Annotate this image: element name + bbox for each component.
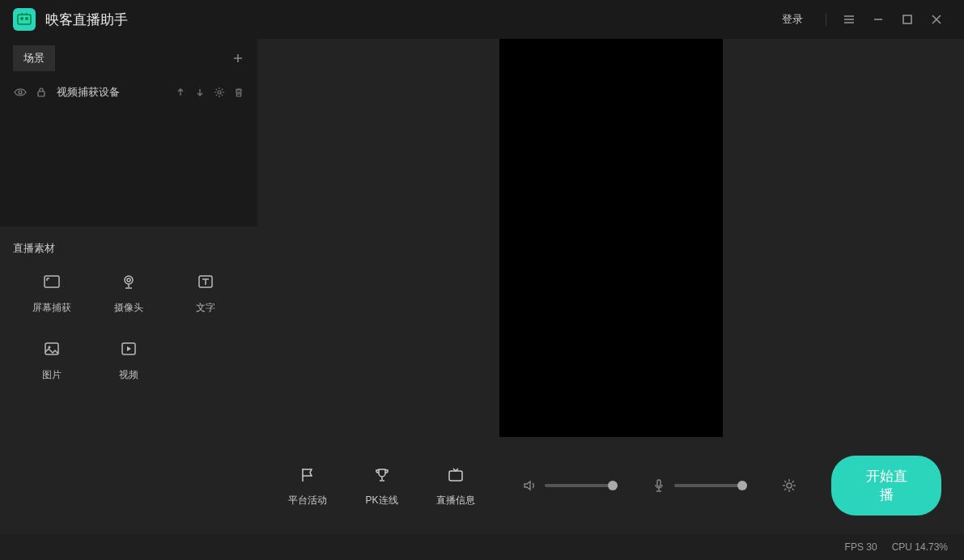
action-pk[interactable]: PK连线 xyxy=(355,465,410,507)
app-title: 映客直播助手 xyxy=(45,11,128,29)
mic-slider[interactable] xyxy=(674,484,747,487)
content-area: 平台活动 PK连线 直播信息 开始直播 xyxy=(257,39,964,534)
materials-panel: 直播素材 屏幕捕获 摄像头 文字 图片 xyxy=(0,227,257,534)
material-image[interactable]: 图片 xyxy=(13,337,90,382)
material-screen-capture[interactable]: 屏幕捕获 xyxy=(13,270,90,315)
svg-point-4 xyxy=(19,91,22,94)
materials-title: 直播素材 xyxy=(13,241,244,256)
action-platform-activity[interactable]: 平台活动 xyxy=(280,465,335,507)
svg-point-6 xyxy=(218,91,221,94)
camera-icon xyxy=(117,270,140,293)
image-icon xyxy=(40,337,63,360)
flag-icon xyxy=(297,465,318,486)
fps-label: FPS 30 xyxy=(845,541,877,553)
app-logo xyxy=(13,8,36,31)
sidebar: 场景 视频捕获设备 直播素材 xyxy=(0,39,257,534)
speaker-slider[interactable] xyxy=(545,484,618,487)
status-bar: FPS 30 CPU 14.73% xyxy=(0,534,964,560)
start-stream-button[interactable]: 开始直播 xyxy=(831,456,941,515)
svg-rect-3 xyxy=(903,15,911,23)
titlebar: 映客直播助手 登录 xyxy=(0,0,964,39)
lock-icon[interactable] xyxy=(34,87,49,98)
material-video[interactable]: 视频 xyxy=(90,337,167,382)
material-camera[interactable]: 摄像头 xyxy=(90,270,167,315)
svg-point-9 xyxy=(127,278,130,282)
speaker-volume xyxy=(522,478,618,493)
minimize-icon[interactable] xyxy=(864,5,893,34)
svg-point-16 xyxy=(787,483,792,488)
preview-area xyxy=(257,39,964,437)
svg-point-1 xyxy=(20,17,23,20)
speaker-icon[interactable] xyxy=(522,478,537,493)
svg-rect-5 xyxy=(38,91,45,96)
maximize-icon[interactable] xyxy=(893,5,922,34)
svg-rect-7 xyxy=(45,276,59,287)
settings-gear-icon[interactable] xyxy=(781,477,797,494)
login-button[interactable]: 登录 xyxy=(782,12,803,27)
cpu-label: CPU 14.73% xyxy=(892,541,948,553)
tv-icon xyxy=(445,465,466,486)
bottom-toolbar: 平台活动 PK连线 直播信息 开始直播 xyxy=(257,437,964,534)
svg-rect-15 xyxy=(657,480,660,486)
move-down-icon[interactable] xyxy=(194,87,206,98)
screen-icon xyxy=(40,270,63,293)
svg-point-8 xyxy=(125,276,133,284)
move-up-icon[interactable] xyxy=(175,87,186,98)
divider xyxy=(826,13,826,26)
scene-tab[interactable]: 场景 xyxy=(13,45,55,71)
source-label: 视频捕获设备 xyxy=(57,85,120,100)
svg-rect-0 xyxy=(18,15,31,24)
preview-canvas[interactable] xyxy=(499,39,723,437)
video-icon xyxy=(117,337,140,360)
settings-icon[interactable] xyxy=(214,87,225,98)
material-text[interactable]: 文字 xyxy=(168,270,244,315)
delete-icon[interactable] xyxy=(233,87,244,98)
scene-header: 场景 xyxy=(0,39,257,78)
trophy-icon xyxy=(372,465,393,486)
mic-icon[interactable] xyxy=(652,478,666,493)
add-scene-button[interactable] xyxy=(231,52,244,65)
action-stream-info[interactable]: 直播信息 xyxy=(428,465,483,507)
visibility-icon[interactable] xyxy=(13,86,28,99)
menu-icon[interactable] xyxy=(834,5,864,34)
svg-rect-14 xyxy=(449,471,462,481)
mic-volume xyxy=(652,478,747,493)
text-icon xyxy=(194,270,217,293)
source-item[interactable]: 视频捕获设备 xyxy=(0,78,257,107)
close-icon[interactable] xyxy=(922,5,951,34)
svg-point-2 xyxy=(25,17,28,20)
